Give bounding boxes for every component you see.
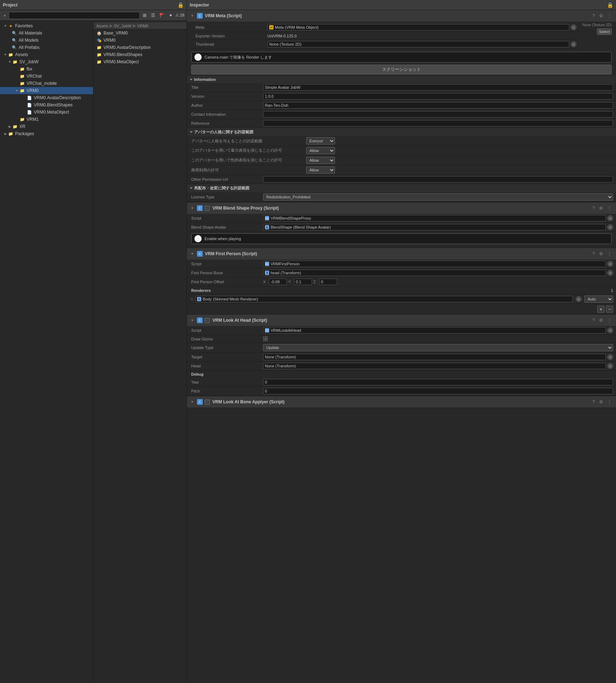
information-arrow bbox=[190, 79, 193, 81]
breadcrumb-assets[interactable]: Assets bbox=[96, 24, 108, 28]
search-input[interactable] bbox=[9, 12, 139, 19]
update-type-dropdown[interactable]: Update bbox=[263, 344, 613, 351]
author-input[interactable] bbox=[263, 102, 613, 109]
look-at-head-settings-btn[interactable]: ⚙ bbox=[598, 317, 604, 324]
blendshapes-file[interactable]: 📁 VRM0.BlendShapes bbox=[93, 51, 187, 58]
blend-script-circle-btn[interactable]: ◎ bbox=[607, 215, 613, 221]
vrm1-item[interactable]: ▶ 📁 VRM1 bbox=[0, 116, 93, 123]
meta-circle-btn[interactable]: ◎ bbox=[571, 24, 576, 30]
pitch-input[interactable] bbox=[263, 388, 613, 394]
look-at-bone-more-btn[interactable]: ⋮ bbox=[606, 399, 613, 405]
vrchat-item[interactable]: ▶ 📁 VRChat bbox=[0, 73, 93, 80]
renderer-mode-dropdown[interactable]: Auto bbox=[584, 295, 613, 303]
vrm-meta-help-btn[interactable]: ? bbox=[591, 13, 596, 19]
vrm0-metaobject-item[interactable]: ▶ 📄 VRM0.MetaObject bbox=[0, 109, 93, 116]
meta-obj-icon: M bbox=[269, 25, 273, 29]
fp-script-circle-btn[interactable]: ◎ bbox=[607, 261, 613, 267]
blend-shape-header[interactable]: ▼ C ✓ VRM Blend Shape Proxy (Script) ? ⚙… bbox=[187, 202, 616, 214]
draw-gizmo-checkbox[interactable]: ✓ bbox=[263, 336, 268, 341]
all-models-item[interactable]: 🔍 All Models bbox=[0, 37, 93, 44]
add-renderer-btn[interactable]: + bbox=[597, 306, 604, 313]
look-at-head-enable-checkbox[interactable]: ✓ bbox=[205, 318, 210, 323]
assets-group[interactable]: ▼ 📁 Assets bbox=[0, 51, 93, 58]
perm1-dropdown[interactable]: Everyor bbox=[306, 137, 335, 145]
all-prefabs-item[interactable]: 🔍 All Prefabs bbox=[0, 44, 93, 51]
contact-input[interactable] bbox=[263, 111, 613, 118]
target-circle-btn[interactable]: ◎ bbox=[607, 354, 613, 360]
blend-shape-more-btn[interactable]: ⋮ bbox=[606, 205, 613, 211]
blend-shape-enable-checkbox[interactable]: ✓ bbox=[205, 206, 210, 211]
base-vrm0-file[interactable]: 🏠 Base_VRM0 bbox=[93, 29, 187, 37]
all-materials-item[interactable]: 🔍 All Materials bbox=[0, 29, 93, 37]
drag-handle[interactable]: ≡ bbox=[190, 297, 194, 302]
perm5-input[interactable] bbox=[263, 176, 613, 183]
favorites-group[interactable]: ▼ ★ Favorites bbox=[0, 22, 93, 29]
perm2-dropdown[interactable]: Allow bbox=[306, 147, 335, 154]
x-input[interactable] bbox=[269, 279, 287, 285]
vrm0-avatar-desc-item[interactable]: ▶ 📄 VRM0.AvatarDescription bbox=[0, 94, 93, 101]
blend-shape-help-btn[interactable]: ? bbox=[591, 205, 596, 211]
vrm0-folder-icon: 📁 bbox=[19, 88, 25, 93]
license-type-dropdown[interactable]: Redistribution_Prohibited bbox=[263, 193, 613, 201]
vrm-meta-settings-btn[interactable]: ⚙ bbox=[598, 13, 604, 19]
look-at-head-help-btn[interactable]: ? bbox=[591, 317, 596, 324]
yaw-input[interactable] bbox=[263, 379, 613, 385]
redistribution-section-header[interactable]: 再配布・改変に関する許諾範囲 bbox=[187, 184, 616, 192]
permission-section-header[interactable]: アバターの人格に関する許諾範囲 bbox=[187, 128, 616, 136]
add-button[interactable]: + bbox=[2, 13, 7, 18]
perm3-dropdown[interactable]: Allow bbox=[306, 157, 335, 164]
version-input[interactable] bbox=[263, 93, 613, 100]
y-input[interactable] bbox=[294, 279, 312, 285]
blendshapes-file-icon: 📁 bbox=[96, 52, 102, 58]
screenshot-button[interactable]: スクリーンショット bbox=[191, 65, 612, 74]
blend-avatar-value: B BlendShape (Blend Shape Avatar) ◎ bbox=[263, 224, 613, 230]
vrm-meta-header[interactable]: ▼ C VRM Meta (Script) ? ⚙ ⋮ bbox=[187, 10, 616, 22]
blend-script-row: Script C# VRMBlendShapeProxy ◎ bbox=[187, 214, 616, 223]
warning-area: ⚠ Camera.main で画像を Render します スクリーンショット bbox=[187, 50, 616, 76]
perm4-dropdown[interactable]: Allow bbox=[306, 166, 335, 174]
first-person-help-btn[interactable]: ? bbox=[591, 251, 596, 257]
breadcrumb-vrm0[interactable]: VRM0 bbox=[137, 24, 148, 28]
information-section-header[interactable]: Information bbox=[187, 76, 616, 83]
look-at-head-header[interactable]: ▼ C ✓ VRM Look At Head (Script) ? ⚙ ⋮ bbox=[187, 315, 616, 326]
blend-avatar-circle-btn[interactable]: ◎ bbox=[607, 224, 613, 230]
layout-btn[interactable]: ⊞ bbox=[141, 12, 148, 19]
look-at-head-more-btn[interactable]: ⋮ bbox=[606, 317, 613, 324]
first-person-more-btn[interactable]: ⋮ bbox=[606, 251, 613, 257]
la-script-circle-btn[interactable]: ◎ bbox=[607, 327, 613, 333]
z-input[interactable] bbox=[319, 279, 337, 285]
look-at-bone-header[interactable]: ▼ C ✓ VRM Look At Bone Applyer (Script) … bbox=[187, 396, 616, 408]
packages-item[interactable]: ▶ 📁 Packages bbox=[0, 130, 93, 137]
first-person-header[interactable]: ▼ C VRM First Person (Script) ? ⚙ ⋮ bbox=[187, 248, 616, 260]
xr-item[interactable]: ▶ 📁 XR bbox=[0, 123, 93, 130]
title-input[interactable] bbox=[263, 84, 613, 91]
vrm0-file[interactable]: 🎭 VRM0 bbox=[93, 37, 187, 44]
vrchat-mobile-item[interactable]: ▶ 📁 VRChat_mobile bbox=[0, 80, 93, 87]
avatar-desc-file[interactable]: 📁 VRM0.AvatarDescription bbox=[93, 44, 187, 51]
look-at-bone-settings-btn[interactable]: ⚙ bbox=[598, 399, 604, 405]
renderer-circle-btn[interactable]: ◎ bbox=[576, 296, 581, 302]
vrm0-blendshapes-item[interactable]: ▶ 📄 VRM0.BlendShapes bbox=[0, 101, 93, 109]
thumbnail-row: Thumbnail None (Texture 2D) ◎ bbox=[191, 40, 579, 49]
thumbnail-circle-btn[interactable]: ◎ bbox=[571, 41, 576, 47]
remove-renderer-btn[interactable]: − bbox=[606, 306, 613, 313]
look-at-bone-help-btn[interactable]: ? bbox=[591, 399, 596, 405]
blend-shape-settings-btn[interactable]: ⚙ bbox=[598, 205, 604, 211]
select-button[interactable]: Select bbox=[597, 28, 612, 35]
fp-bone-value: ⬆ head (Transform) ◎ bbox=[263, 270, 613, 276]
sv-jobw-item[interactable]: ▼ 📁 SV_JobW bbox=[0, 58, 93, 65]
packages-label: Packages bbox=[15, 131, 34, 136]
head-circle-btn[interactable]: ◎ bbox=[607, 363, 613, 369]
fbx-item[interactable]: ▶ 📁 fbx bbox=[0, 65, 93, 73]
filter-btn[interactable]: ☰ bbox=[150, 12, 157, 19]
vrm0-item[interactable]: ▼ 📁 VRM0 bbox=[0, 87, 93, 94]
reference-input[interactable] bbox=[263, 120, 613, 127]
vrm-meta-more-btn[interactable]: ⋮ bbox=[606, 13, 613, 19]
flag-btn[interactable]: 🚩 bbox=[158, 12, 166, 18]
fp-bone-circle-btn[interactable]: ◎ bbox=[607, 270, 613, 276]
breadcrumb-svjobw[interactable]: SV_JobW bbox=[114, 24, 132, 28]
star-btn[interactable]: ★ bbox=[167, 12, 174, 18]
metaobject-file[interactable]: 📁 VRM0.MetaObject bbox=[93, 58, 187, 65]
first-person-settings-btn[interactable]: ⚙ bbox=[598, 251, 604, 257]
look-at-bone-enable-checkbox[interactable]: ✓ bbox=[205, 400, 210, 404]
